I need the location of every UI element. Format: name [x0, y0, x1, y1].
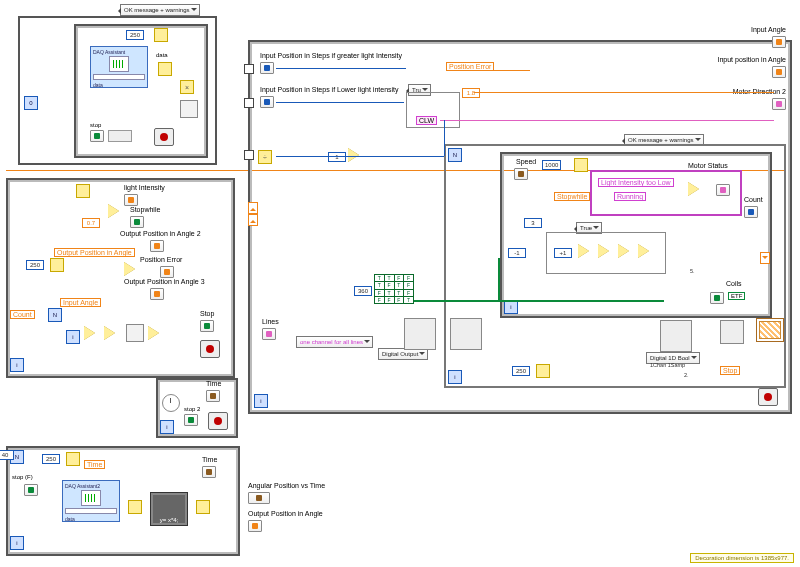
apvst-label: Angular Position vs Time	[248, 482, 325, 489]
const-1-mid: 1	[328, 152, 346, 162]
add-tri-mid	[348, 148, 359, 162]
daqmx-write-vi[interactable]	[660, 320, 692, 352]
stop-term-left	[200, 320, 214, 332]
coils-term	[710, 292, 724, 304]
wait-const-250-left: 250	[26, 260, 44, 270]
time-local-bottom: Time	[84, 460, 105, 469]
tf-cell: F	[385, 297, 394, 303]
build-array-left	[126, 324, 144, 342]
inc-tri	[84, 326, 95, 340]
clock-icon	[162, 394, 180, 412]
motor-dir2-term	[772, 98, 786, 110]
inner-tri3	[618, 244, 629, 258]
daqmx-start-vi[interactable]	[450, 318, 482, 350]
const-neg1: -1	[508, 248, 526, 258]
daq1-icon	[109, 56, 129, 72]
daq1-out: data	[93, 82, 145, 88]
count-label: Count	[744, 196, 763, 203]
error-handler-vi[interactable]	[756, 318, 784, 342]
wire	[414, 300, 664, 302]
pos-error-label-left: Position Error	[140, 256, 182, 263]
convert-dynamic-node	[158, 62, 172, 76]
speed-term	[514, 168, 528, 180]
stopwhile-term-left	[130, 216, 144, 228]
const-3: 3	[524, 218, 542, 228]
speed-label: Speed	[516, 158, 536, 165]
loop-i-while-inner: i	[504, 300, 518, 314]
tf-cell: T	[395, 290, 404, 296]
const-1p8: 1.8	[462, 88, 480, 98]
dig1d-line2: 1Chan 1Samp	[650, 362, 685, 368]
daq1-side-label: data	[156, 52, 168, 58]
wait-ms-inner	[574, 158, 588, 172]
coils-label: Coils	[726, 280, 742, 287]
footer-note: Decoration dimension is 1385x977.	[690, 553, 794, 563]
latch-ring-daq1	[108, 130, 132, 142]
clw-label: CLW	[416, 116, 437, 125]
out-pos-angle3-label: Output Position in Angle 3	[124, 278, 205, 285]
loop-stop-cond-right	[758, 388, 778, 406]
loop-i-for-inner: i	[448, 370, 462, 384]
time-ind-label-bottom: Time	[202, 456, 217, 463]
wire	[460, 70, 530, 71]
tf-cell: T	[375, 282, 384, 288]
tf-cell: T	[395, 282, 404, 288]
daqmx-create-channel-vi[interactable]	[404, 318, 436, 350]
daqmx-stop-vi[interactable]	[720, 320, 744, 344]
loop-stop-cond-left	[200, 340, 220, 358]
mul-tri2	[104, 326, 115, 340]
inner-plus1: +1	[554, 248, 572, 258]
shiftreg-left-top	[248, 202, 258, 214]
tf-cell: F	[395, 297, 404, 303]
formula-node: y= x*4;	[150, 492, 188, 526]
tf-cell: F	[375, 290, 384, 296]
input-pos-angle-term	[772, 66, 786, 78]
time-ind-term-bottom	[202, 466, 216, 478]
tf-cell: F	[404, 275, 413, 281]
daq2-out: data	[65, 516, 117, 522]
wire	[276, 68, 406, 69]
wire	[498, 258, 500, 302]
wire	[276, 156, 444, 157]
inner-tri1	[578, 244, 589, 258]
input-pos-angle-label: Input position in Angle	[718, 56, 787, 63]
wire	[276, 102, 404, 103]
tunnel	[244, 150, 254, 160]
shiftreg-left-bot	[248, 214, 258, 226]
daq-assistant-1[interactable]: DAQ Assistant data	[90, 46, 148, 88]
stop-local-label: Stop	[720, 366, 740, 375]
select-tri-ms	[688, 182, 699, 196]
daq2-icon	[81, 490, 101, 506]
tf-cell: F	[404, 282, 413, 288]
running-txt: Running	[614, 192, 646, 201]
tf-cell: F	[395, 275, 404, 281]
inner-tri2	[598, 244, 609, 258]
in-pos-greater-label: Input Position in Steps if greater light…	[260, 52, 402, 59]
loop-stop-cond-time	[208, 412, 228, 430]
input-angle-local: Input Angle	[60, 298, 101, 307]
wait-ms-node-right	[536, 364, 550, 378]
wait-ms-node-bottom	[66, 452, 80, 466]
one-channel-dropdown[interactable]: one channel for all lines	[296, 336, 373, 348]
count-local: Count	[10, 310, 35, 319]
loop-stop-cond-daq1	[154, 128, 174, 146]
light-intensity-term	[124, 194, 138, 206]
tf-cell: T	[375, 275, 384, 281]
loop-i-time: i	[160, 420, 174, 434]
wait-const-250-top: 250	[126, 30, 144, 40]
input-angle-label: Input Angle	[751, 26, 786, 33]
tunnel	[244, 98, 254, 108]
stop-label-daq1: stop	[90, 122, 101, 128]
time-label: Time	[206, 380, 221, 387]
multiply-node-top: ×	[180, 80, 194, 94]
compare-tri-1	[108, 204, 119, 218]
tf-cell: T	[385, 290, 394, 296]
loop-i-outer-left: i	[10, 358, 24, 372]
for-n-inner: N	[448, 148, 462, 162]
const-0p7: 0.7	[82, 218, 100, 228]
in-pos-greater-term	[260, 62, 274, 74]
error-handler-dropdown-top[interactable]: OK message + warnings	[120, 4, 200, 16]
wire	[440, 120, 774, 121]
daq-assistant-2[interactable]: DAQ Assistant2 data	[62, 480, 120, 522]
apvst-term	[248, 492, 270, 504]
